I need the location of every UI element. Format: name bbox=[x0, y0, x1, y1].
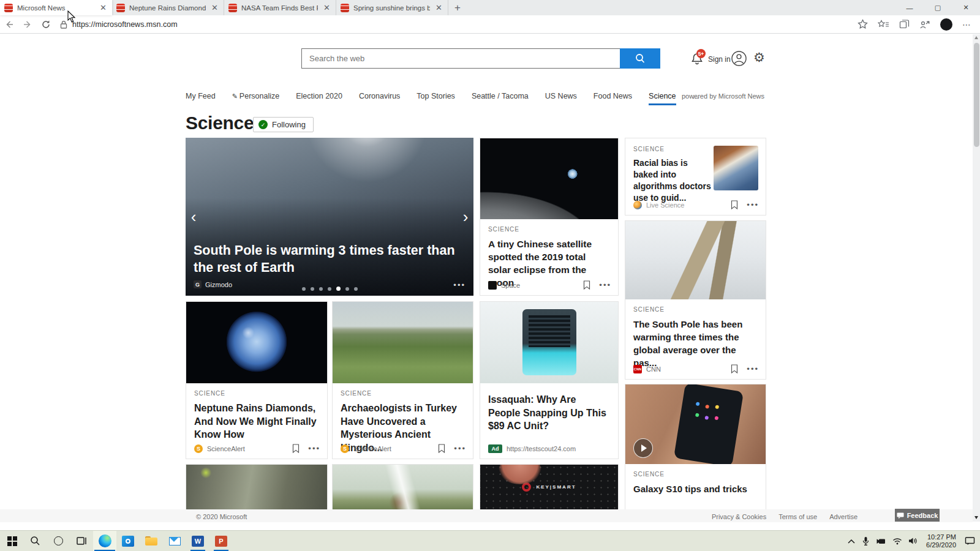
carousel-dots[interactable] bbox=[186, 287, 473, 291]
card-keysmart-partial[interactable]: KEY|SMART bbox=[480, 464, 619, 509]
sign-in-link[interactable]: Sign in bbox=[708, 55, 731, 64]
taskbar-outlook-button[interactable] bbox=[116, 531, 140, 551]
nav-food-news[interactable]: Food News bbox=[594, 92, 632, 104]
scrollbar-thumb[interactable] bbox=[974, 43, 979, 147]
forward-icon[interactable] bbox=[18, 20, 37, 29]
taskbar-word-button[interactable]: W bbox=[186, 531, 209, 551]
back-icon[interactable] bbox=[0, 20, 18, 29]
carousel-dot[interactable] bbox=[345, 287, 349, 291]
carousel-next-icon[interactable]: › bbox=[458, 138, 473, 296]
play-button[interactable] bbox=[633, 438, 653, 458]
nav-top-stories[interactable]: Top Stories bbox=[417, 92, 455, 104]
feedback-button[interactable]: Feedback bbox=[895, 509, 940, 522]
tab-neptune-article[interactable]: Neptune Rains Diamonds, And N ✕ bbox=[112, 0, 224, 15]
hero-carousel-card[interactable]: South Pole is warming 3 times faster tha… bbox=[186, 138, 473, 296]
hidden-icons-chevron[interactable] bbox=[847, 538, 856, 544]
card-archaeology[interactable]: SCIENCE Archaeologists in Turkey Have Un… bbox=[332, 301, 473, 459]
bookmark-icon[interactable] bbox=[292, 444, 300, 453]
cortana-button[interactable] bbox=[47, 531, 70, 551]
scroll-down-icon[interactable] bbox=[974, 516, 978, 519]
toolbar-actions: ⋯ bbox=[858, 18, 971, 31]
card-galaxy-s10[interactable]: SCIENCE Galaxy S10 tips and tricks bbox=[625, 384, 766, 511]
card-south-pole-cnn[interactable]: SCIENCE The South Pole has been warming … bbox=[625, 220, 766, 380]
following-label: Following bbox=[272, 120, 306, 129]
close-button[interactable]: ✕ bbox=[952, 0, 980, 15]
bookmark-icon[interactable] bbox=[438, 444, 445, 453]
task-view-button[interactable] bbox=[70, 531, 93, 551]
carousel-dot[interactable] bbox=[302, 287, 306, 291]
action-center-icon[interactable] bbox=[965, 536, 975, 545]
nav-us-news[interactable]: US News bbox=[545, 92, 577, 104]
carousel-dot[interactable] bbox=[354, 287, 358, 291]
microphone-icon[interactable] bbox=[862, 536, 870, 546]
minimize-button[interactable]: — bbox=[895, 0, 924, 15]
nav-my-feed[interactable]: My Feed bbox=[186, 92, 216, 104]
refresh-icon[interactable] bbox=[37, 20, 55, 29]
taskbar-powerpoint-button[interactable]: P bbox=[209, 531, 233, 551]
new-tab-button[interactable]: + bbox=[448, 0, 467, 15]
taskbar-mail-button[interactable] bbox=[163, 531, 186, 551]
camera-icon[interactable] bbox=[876, 538, 886, 545]
bookmark-icon[interactable] bbox=[731, 200, 738, 209]
settings-gear-icon[interactable]: ⚙ bbox=[753, 51, 765, 64]
wifi-icon[interactable] bbox=[892, 538, 902, 545]
privacy-cookies-link[interactable]: Privacy & Cookies bbox=[712, 513, 766, 520]
advertise-link[interactable]: Advertise bbox=[829, 513, 858, 520]
browser-menu-icon[interactable]: ⋯ bbox=[962, 20, 971, 29]
tab-close-icon[interactable]: ✕ bbox=[210, 3, 219, 12]
more-options-icon[interactable]: ••• bbox=[453, 280, 466, 290]
card-ac-advert[interactable]: Issaquah: Why Are People Snapping Up Thi… bbox=[480, 301, 619, 459]
profile-avatar[interactable] bbox=[940, 18, 952, 31]
nav-seattle-tacoma[interactable]: Seattle / Tacoma bbox=[472, 92, 529, 104]
carousel-prev-icon[interactable]: ‹ bbox=[186, 138, 202, 296]
bookmark-icon[interactable] bbox=[731, 364, 738, 373]
tab-butterfly-article[interactable]: Spring sunshine brings butterfly ✕ bbox=[336, 0, 448, 15]
tab-nasa-article[interactable]: NASA Team Finds Best Place For ✕ bbox=[224, 0, 336, 15]
following-button[interactable]: ✓ Following bbox=[253, 117, 314, 132]
address-bar[interactable]: https://microsoftnews.msn.com bbox=[60, 20, 858, 29]
taskbar-edge-button[interactable] bbox=[93, 531, 116, 551]
card-category: SCIENCE bbox=[341, 390, 465, 397]
more-options-icon[interactable]: ••• bbox=[747, 365, 759, 373]
terms-of-use-link[interactable]: Terms of use bbox=[778, 513, 817, 520]
maximize-button[interactable]: ▢ bbox=[924, 0, 952, 15]
date-label: 6/29/2020 bbox=[926, 541, 956, 549]
nav-science[interactable]: Science bbox=[649, 92, 676, 104]
nav-coronavirus[interactable]: Coronavirus bbox=[359, 92, 400, 104]
carousel-dot[interactable] bbox=[336, 287, 341, 291]
tab-microsoft-news[interactable]: Microsoft News ✕ bbox=[0, 0, 112, 15]
account-icon[interactable] bbox=[731, 50, 747, 67]
share-icon[interactable] bbox=[919, 20, 930, 29]
tab-close-icon[interactable]: ✕ bbox=[99, 3, 108, 12]
tab-close-icon[interactable]: ✕ bbox=[434, 3, 443, 12]
bookmark-icon[interactable] bbox=[583, 280, 590, 290]
scroll-up-icon[interactable] bbox=[974, 36, 978, 39]
page-scrollbar[interactable] bbox=[973, 34, 980, 522]
search-button[interactable] bbox=[620, 48, 660, 69]
more-options-icon[interactable]: ••• bbox=[454, 444, 466, 452]
more-options-icon[interactable]: ••• bbox=[308, 444, 320, 452]
ad-url[interactable]: https://testscout24.com bbox=[507, 445, 576, 452]
card-satellite[interactable]: SCIENCE A tiny Chinese satellite spotted… bbox=[480, 138, 619, 296]
card-racial-bias[interactable]: SCIENCE Racial bias is baked into algori… bbox=[625, 138, 766, 216]
tab-close-icon[interactable]: ✕ bbox=[322, 3, 331, 12]
favorite-star-icon[interactable] bbox=[858, 19, 868, 29]
more-options-icon[interactable]: ••• bbox=[599, 281, 611, 289]
taskbar-explorer-button[interactable] bbox=[140, 531, 163, 551]
taskbar-clock[interactable]: 10:27 PM 6/29/2020 bbox=[926, 533, 956, 549]
collections-icon[interactable] bbox=[899, 19, 910, 29]
more-options-icon[interactable]: ••• bbox=[747, 201, 759, 209]
card-neptune[interactable]: SCIENCE Neptune Rains Diamonds, And Now … bbox=[186, 301, 328, 459]
volume-icon[interactable] bbox=[908, 537, 918, 545]
carousel-dot[interactable] bbox=[311, 287, 314, 291]
nav-election-2020[interactable]: Election 2020 bbox=[296, 92, 342, 104]
nav-personalize[interactable]: ✎Personalize bbox=[232, 92, 280, 104]
carousel-dot[interactable] bbox=[319, 287, 323, 291]
taskbar-search-button[interactable] bbox=[23, 531, 47, 551]
start-button[interactable] bbox=[0, 531, 23, 551]
favorites-bar-icon[interactable] bbox=[878, 20, 889, 29]
search-input[interactable] bbox=[301, 48, 620, 69]
card-dinosaur-partial[interactable] bbox=[332, 464, 473, 509]
carousel-dot[interactable] bbox=[328, 287, 331, 291]
card-beavers-partial[interactable] bbox=[186, 464, 328, 509]
